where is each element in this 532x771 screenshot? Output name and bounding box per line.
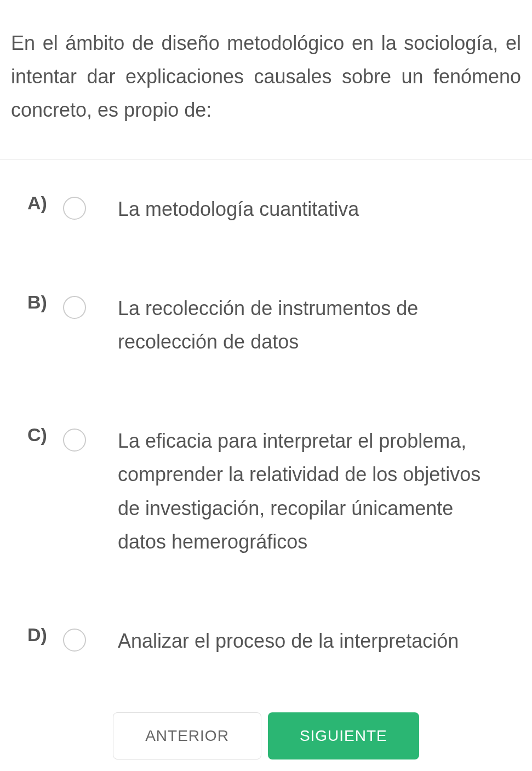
option-row-b: B) La recolección de instrumentos de rec… (11, 292, 521, 358)
option-row-a: A) La metodología cuantitativa (11, 192, 521, 226)
buttons-container: ANTERIOR SIGUIENTE (0, 712, 532, 759)
option-text-d: Analizar el proceso de la interpretación (118, 624, 521, 658)
radio-d[interactable] (63, 629, 86, 652)
radio-wrapper-b (63, 292, 118, 319)
option-letter-b: B) (11, 292, 63, 313)
radio-c[interactable] (63, 429, 86, 452)
next-button[interactable]: SIGUIENTE (268, 712, 419, 759)
radio-b[interactable] (63, 296, 86, 319)
option-text-b: La recolección de instrumentos de recole… (118, 292, 521, 358)
option-row-c: C) La eficacia para interpretar el probl… (11, 424, 521, 558)
question-text: En el ámbito de diseño metodológico en l… (0, 0, 532, 159)
radio-wrapper-d (63, 624, 118, 652)
option-letter-a: A) (11, 192, 63, 214)
options-container: A) La metodología cuantitativa B) La rec… (0, 159, 532, 658)
previous-button[interactable]: ANTERIOR (113, 712, 261, 759)
option-text-c: La eficacia para interpretar el problema… (118, 424, 521, 558)
option-letter-c: C) (11, 424, 63, 446)
radio-a[interactable] (63, 197, 86, 220)
radio-wrapper-a (63, 192, 118, 220)
radio-wrapper-c (63, 424, 118, 452)
option-text-a: La metodología cuantitativa (118, 192, 521, 226)
option-letter-d: D) (11, 624, 63, 646)
option-row-d: D) Analizar el proceso de la interpretac… (11, 624, 521, 658)
